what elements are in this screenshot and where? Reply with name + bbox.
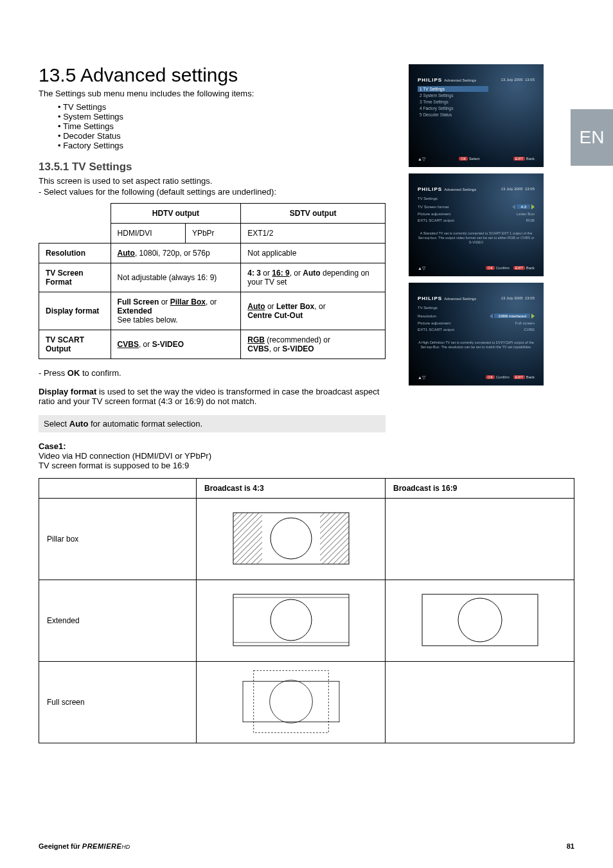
osd-value: Full screen — [515, 321, 535, 325]
row-label: Full screen — [39, 662, 197, 743]
table-header — [39, 479, 197, 499]
table-header: Broadcast is 16:9 — [386, 479, 574, 499]
osd-value-highlighted: 1080i interlaced — [494, 314, 530, 318]
row-header: TV SCART Output — [39, 330, 111, 359]
table-cell: Auto, 1080i, 720p, or 576p — [111, 244, 241, 263]
default-value: Pillar Box — [170, 297, 206, 306]
osd-value: CVBS — [524, 327, 535, 332]
osd-screenshot-menu: PHILIPS Advanced Settings 13 July 2005 1… — [409, 64, 544, 167]
cell-text: Centre Cut-Out — [247, 311, 303, 320]
hint-label: Confirm — [496, 375, 510, 379]
svg-point-8 — [271, 599, 312, 641]
osd-menu: 1 TV Settings 2 System Settings 3 Time S… — [418, 86, 488, 118]
osd-value-highlighted: 4:3 — [517, 204, 530, 209]
osd-key: Picture adjustment — [418, 321, 450, 325]
table-cell: RGB (recommended) or CVBS, or S-VIDEO — [241, 330, 386, 359]
ok-label: OK — [67, 368, 80, 378]
up-down-icon: ▲▽ — [418, 157, 425, 162]
table-cell: Not adjustable (always 16: 9) — [111, 263, 241, 292]
format-table: Broadcast is 4:3 Broadcast is 16:9 Pilla… — [39, 478, 574, 743]
text: for automatic format selection. — [88, 419, 202, 429]
svg-rect-12 — [243, 681, 339, 722]
table-cell: Full Screen or Pillar Box, or Extended S… — [111, 292, 241, 330]
display-format-para: Display format is used to set the way th… — [39, 387, 386, 406]
section-desc: Select values for the following (default… — [39, 187, 386, 197]
cell-text: or — [265, 302, 276, 311]
osd-key: EXT1 SCART output — [418, 218, 454, 222]
exit-pill: EXIT — [513, 375, 525, 379]
hint-label: Select — [469, 157, 480, 161]
case-title: Case1: — [39, 441, 66, 451]
page-number: 81 — [567, 842, 574, 850]
osd-menu-item: 5 Decoder Status — [418, 111, 488, 118]
right-arrow-icon — [531, 204, 535, 209]
press-ok-line: Press OK to confirm. — [39, 368, 386, 378]
hint-label: Confirm — [496, 266, 510, 270]
right-arrow-icon — [531, 314, 535, 319]
hint-label: Back — [526, 266, 535, 270]
list-item: Decoder Status — [58, 131, 386, 141]
sub-item-list: TV Settings System Settings Time Setting… — [58, 102, 386, 150]
list-item: System Settings — [58, 112, 386, 121]
svg-rect-9 — [422, 594, 538, 646]
cell-text: See tables below. — [118, 315, 178, 324]
section-heading: 13.5.1 TV Settings — [39, 161, 386, 173]
osd-menu-item: 2 System Settings — [418, 92, 488, 98]
up-down-icon: ▲▽ — [418, 375, 425, 380]
spec-table: HDTV output SDTV output HDMI/DVI YPbPr E… — [39, 203, 386, 359]
osd-date: 13 July 2005 — [501, 78, 523, 82]
osd-brand: PHILIPS — [418, 77, 442, 83]
ok-pill: OK — [486, 266, 495, 270]
list-item: Time Settings — [58, 121, 386, 131]
default-value: CVBS — [118, 340, 139, 349]
table-header: SDTV output — [241, 204, 386, 224]
hint-label: Back — [526, 375, 535, 379]
exit-pill: EXIT — [513, 157, 525, 161]
osd-time: 13:05 — [525, 78, 535, 82]
osd-breadcrumb: Advanced Settings — [444, 297, 476, 301]
svg-rect-5 — [233, 594, 349, 646]
osd-key: EXT1 SCART output — [418, 327, 454, 332]
diagram-fullscreen-43 — [197, 662, 386, 743]
svg-point-4 — [271, 518, 312, 559]
cell-text: (recommended) or — [265, 335, 330, 344]
cell-text: S-VIDEO — [152, 340, 184, 349]
osd-brand: PHILIPS — [418, 186, 442, 192]
term: Auto — [69, 419, 89, 429]
table-header: HDTV output — [111, 204, 241, 224]
table-cell: CVBS, or S-VIDEO — [111, 330, 241, 359]
svg-rect-2 — [233, 513, 262, 564]
footer-brand: PREMIERE — [82, 842, 121, 850]
cell-text: , or — [290, 269, 303, 278]
list-item: Factory Settings — [58, 141, 386, 150]
osd-value: RGB — [526, 218, 535, 222]
table-cell: 4: 3 or 16: 9, or Auto depending on your… — [241, 263, 386, 292]
list-item: TV Settings — [58, 102, 386, 112]
page-footer: Geeignet für PREMIEREHD 81 — [39, 842, 574, 850]
osd-brand: PHILIPS — [418, 296, 442, 301]
osd-kv-list: TV Settings Resolution1080i interlaced P… — [418, 306, 535, 332]
row-header: Resolution — [39, 244, 111, 263]
osd-key: Resolution — [418, 314, 436, 318]
default-value: 16: 9 — [272, 269, 289, 278]
osd-screenshot-tv-settings-hd: PHILIPS Advanced Settings 13 July 2005 1… — [409, 283, 544, 385]
osd-note: A Standard TV set is currently connected… — [418, 231, 535, 254]
cell-text: Auto — [303, 269, 320, 278]
table-cell: Auto or Letter Box, or Centre Cut-Out — [241, 292, 386, 330]
text: Select — [44, 419, 69, 429]
osd-date: 13 July 2005 — [501, 296, 523, 300]
cell-text: Letter Box — [276, 302, 314, 311]
row-header: TV Screen Format — [39, 263, 111, 292]
cell-text: S-VIDEO — [282, 344, 314, 353]
osd-menu-item-highlighted: 1 TV Settings — [418, 86, 488, 92]
case-line: Video via HD connection (HDMI/DVI or YPb… — [39, 451, 211, 461]
row-header: Display format — [39, 292, 111, 330]
case-line: TV screen format is supposed to be 16:9 — [39, 461, 189, 470]
cell-text: Full Screen — [118, 297, 159, 306]
osd-time: 13:05 — [525, 296, 535, 300]
language-tab: EN — [571, 109, 613, 166]
osd-key: Picture adjustment — [418, 211, 450, 216]
cell-text: or — [261, 269, 272, 278]
osd-breadcrumb: Advanced Settings — [444, 188, 476, 191]
osd-subheading: TV Settings — [418, 306, 535, 310]
